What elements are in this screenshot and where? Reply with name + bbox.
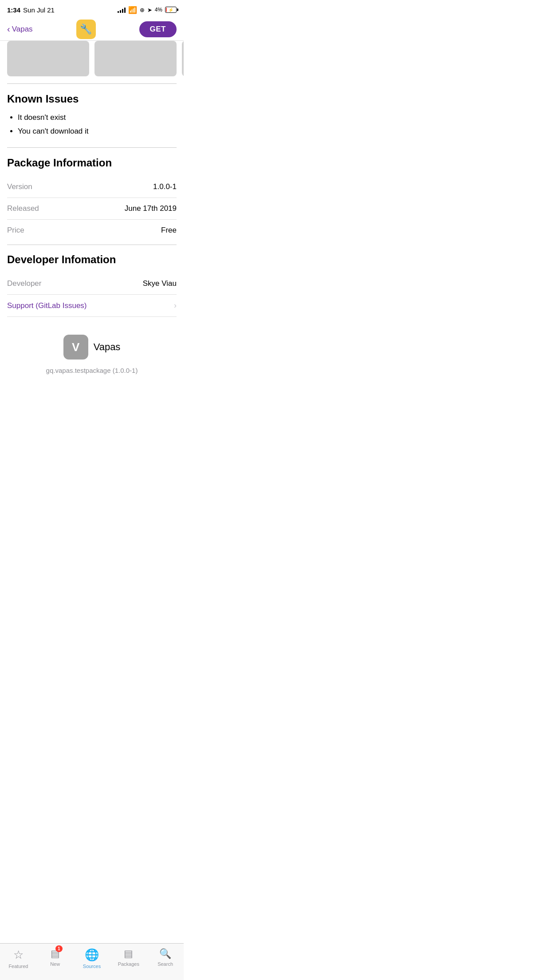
- screenshots-area: [0, 41, 184, 83]
- chevron-left-icon: ‹: [7, 24, 10, 34]
- screenshot-1: [7, 41, 89, 76]
- developer-value: Skye Viau: [143, 279, 177, 288]
- developer-row: Developer Skye Viau: [7, 273, 177, 295]
- developer-info-title: Developer Infomation: [7, 253, 177, 266]
- known-issue-item-2: You can't download it: [18, 126, 177, 137]
- known-issues-section: Known Issues It doesn't exist You can't …: [0, 84, 184, 137]
- source-icon-row: V Vapas: [63, 335, 121, 360]
- wifi-icon: 📶: [128, 6, 137, 14]
- source-package-id: gq.vapas.testpackage (1.0.0-1): [46, 367, 138, 374]
- known-issues-list: It doesn't exist You can't download it: [7, 112, 177, 137]
- version-row: Version 1.0.0-1: [7, 176, 177, 198]
- back-button[interactable]: ‹ Vapas: [7, 24, 33, 34]
- location-icon: ⊕: [140, 7, 145, 13]
- released-label: Released: [7, 204, 39, 213]
- nav-bar: ‹ Vapas 🔧 GET: [0, 18, 184, 41]
- source-letter: V: [72, 340, 79, 354]
- support-link-text: Support (GitLab Issues): [7, 301, 87, 310]
- version-label: Version: [7, 182, 32, 191]
- price-row: Price Free: [7, 220, 177, 241]
- app-icon: 🔧: [76, 20, 96, 39]
- price-value: Free: [161, 226, 177, 235]
- status-time: 1:34: [7, 6, 20, 14]
- source-v-icon: V: [63, 335, 88, 360]
- released-value: June 17th 2019: [125, 204, 177, 213]
- screenshot-3: [182, 41, 184, 76]
- signal-icon: [118, 7, 126, 13]
- known-issues-title: Known Issues: [7, 93, 177, 105]
- status-date: Sun Jul 21: [23, 6, 55, 14]
- known-issue-item-1: It doesn't exist: [18, 112, 177, 123]
- package-info-title: Package Information: [7, 157, 177, 169]
- navigation-icon: ➤: [147, 7, 152, 13]
- price-label: Price: [7, 226, 24, 235]
- back-label: Vapas: [12, 25, 33, 34]
- package-info-section: Package Information Version 1.0.0-1 Rele…: [0, 148, 184, 241]
- status-bar: 1:34 Sun Jul 21 📶 ⊕ ➤ 4% ⚡: [0, 0, 184, 18]
- source-name: Vapas: [94, 341, 121, 353]
- get-button[interactable]: GET: [139, 21, 177, 37]
- battery-bolt-icon: ⚡: [168, 8, 173, 12]
- battery-icon: ⚡: [165, 7, 177, 13]
- screenshot-2: [94, 41, 177, 76]
- chevron-right-icon: ›: [174, 301, 177, 310]
- footer-source: V Vapas gq.vapas.testpackage (1.0.0-1): [0, 320, 184, 385]
- battery-percent: 4%: [155, 7, 162, 13]
- version-value: 1.0.0-1: [153, 182, 177, 191]
- wrench-icon: 🔧: [80, 24, 92, 35]
- developer-info-section: Developer Infomation Developer Skye Viau…: [0, 245, 184, 317]
- developer-info-table: Developer Skye Viau Support (GitLab Issu…: [7, 273, 177, 317]
- released-row: Released June 17th 2019: [7, 198, 177, 220]
- developer-label: Developer: [7, 279, 42, 288]
- status-icons: 📶 ⊕ ➤ 4% ⚡: [118, 6, 177, 14]
- support-link-row[interactable]: Support (GitLab Issues) ›: [7, 295, 177, 317]
- package-info-table: Version 1.0.0-1 Released June 17th 2019 …: [7, 176, 177, 241]
